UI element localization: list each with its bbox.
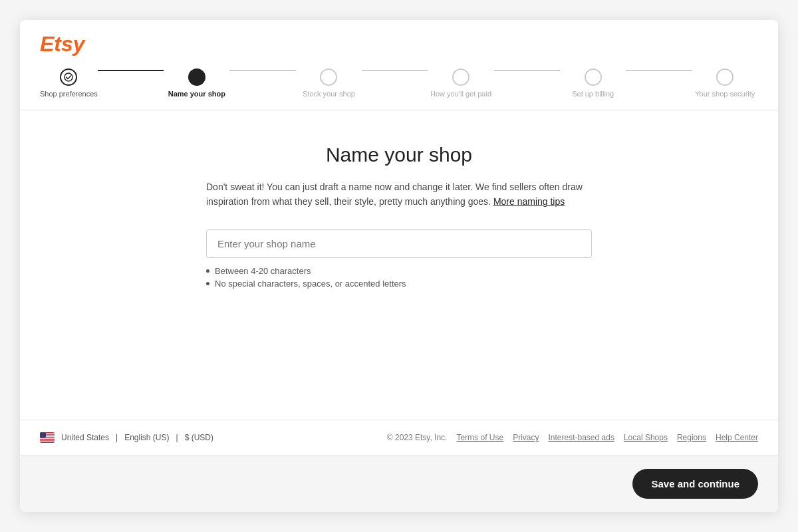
footer-link-local-shops[interactable]: Local Shops xyxy=(624,433,668,442)
footer-link-privacy[interactable]: Privacy xyxy=(513,433,539,442)
footer-language: English (US) xyxy=(124,433,169,442)
main-content: Name your shop Don't sweat it! You can j… xyxy=(20,110,778,420)
footer-link-terms[interactable]: Terms of Use xyxy=(456,433,503,442)
step-circle-inactive-4 xyxy=(452,68,469,86)
svg-rect-6 xyxy=(40,440,55,440)
footer-region: United States xyxy=(61,433,109,442)
footer-left: United States | English (US) | $ (USD) xyxy=(40,432,213,443)
hint-item-1: Between 4-20 characters xyxy=(206,266,592,276)
progress-bar: Shop preferences Name your shop Stock yo… xyxy=(40,68,758,110)
hint-dot-1 xyxy=(206,269,209,273)
input-hints: Between 4-20 characters No special chara… xyxy=(206,266,592,291)
step-label-shop-security: Your shop security xyxy=(695,90,755,98)
footer-link-help[interactable]: Help Center xyxy=(716,433,758,442)
step-name-your-shop: Name your shop xyxy=(164,68,229,98)
step-circle-inactive-5 xyxy=(585,68,602,86)
footer: United States | English (US) | $ (USD) ©… xyxy=(20,420,778,455)
header: Etsy Shop preferences Name your shop xyxy=(20,20,778,110)
step-circle-completed xyxy=(60,68,77,86)
footer-separator-2: | xyxy=(176,433,178,442)
step-circle-inactive-6 xyxy=(716,68,733,86)
connector-4 xyxy=(494,70,560,71)
hint-dot-2 xyxy=(206,282,209,285)
hint-item-2: No special characters, spaces, or accent… xyxy=(206,279,592,289)
footer-link-interest-ads[interactable]: Interest-based ads xyxy=(548,433,614,442)
footer-currency: $ (USD) xyxy=(185,433,213,442)
bottom-bar: Save and continue xyxy=(20,455,778,512)
svg-rect-5 xyxy=(40,438,55,439)
step-label-stock-your-shop: Stock your shop xyxy=(303,90,355,98)
step-label-name-your-shop: Name your shop xyxy=(168,90,225,98)
etsy-logo: Etsy xyxy=(40,32,85,57)
shop-name-input[interactable] xyxy=(206,229,592,258)
step-shop-preferences: Shop preferences xyxy=(40,68,98,98)
step-shop-security: Your shop security xyxy=(692,68,758,98)
footer-separator-1: | xyxy=(116,433,118,442)
description: Don't sweat it! You can just draft a nam… xyxy=(206,180,592,209)
footer-links: © 2023 Etsy, Inc. Terms of Use Privacy I… xyxy=(387,433,758,442)
main-window: Etsy Shop preferences Name your shop xyxy=(20,20,778,512)
step-stock-your-shop: Stock your shop xyxy=(296,68,362,98)
connector-2 xyxy=(229,70,295,71)
connector-3 xyxy=(362,70,428,71)
step-label-shop-preferences: Shop preferences xyxy=(40,90,98,98)
step-circle-active xyxy=(188,68,205,86)
svg-rect-7 xyxy=(40,442,55,442)
naming-tips-link[interactable]: More naming tips xyxy=(493,196,565,207)
us-flag-icon xyxy=(40,432,55,443)
footer-copyright: © 2023 Etsy, Inc. xyxy=(387,433,448,442)
step-label-set-up-billing: Set up billing xyxy=(572,90,614,98)
step-set-up-billing: Set up billing xyxy=(560,68,626,98)
step-circle-inactive-3 xyxy=(320,68,337,86)
step-label-how-paid: How you'll get paid xyxy=(430,90,491,98)
hint-text-1: Between 4-20 characters xyxy=(215,266,311,276)
footer-link-regions[interactable]: Regions xyxy=(677,433,706,442)
hint-text-2: No special characters, spaces, or accent… xyxy=(215,279,406,289)
step-how-paid: How you'll get paid xyxy=(428,68,493,98)
save-continue-button[interactable]: Save and continue xyxy=(632,469,758,499)
svg-rect-8 xyxy=(40,432,46,438)
page-title: Name your shop xyxy=(326,144,472,166)
connector-1 xyxy=(98,70,164,71)
connector-5 xyxy=(626,70,692,71)
